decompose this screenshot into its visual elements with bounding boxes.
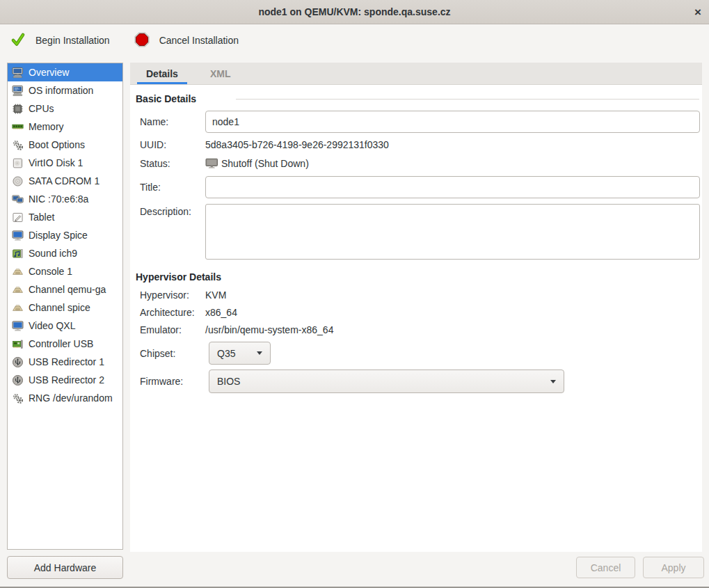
serial-icon bbox=[12, 284, 24, 296]
firmware-value: BIOS bbox=[217, 376, 240, 387]
close-icon[interactable]: × bbox=[694, 6, 701, 18]
sidebar-item-channel-spice[interactable]: Channel spice bbox=[8, 299, 122, 317]
tab-xml[interactable]: XML bbox=[194, 63, 247, 84]
cdrom-icon bbox=[12, 175, 24, 187]
status-value: Shutoff (Shut Down) bbox=[221, 158, 309, 169]
architecture-row: Architecture: x86_64 bbox=[136, 306, 701, 319]
hypervisor-details-heading: Hypervisor Details bbox=[136, 271, 701, 283]
sidebar-item-display-spice[interactable]: Display Spice bbox=[8, 226, 122, 244]
status-row: Status: Shutoff (Shut Down) bbox=[136, 157, 701, 170]
description-textarea[interactable] bbox=[205, 204, 700, 260]
sidebar-item-controller-usb[interactable]: Controller USB bbox=[8, 335, 122, 353]
shutoff-monitor-icon bbox=[205, 158, 218, 170]
sidebar-item-memory[interactable]: Memory bbox=[8, 118, 122, 136]
chevron-down-icon bbox=[550, 380, 556, 383]
os-icon bbox=[12, 85, 24, 97]
cancel-installation-label: Cancel Installation bbox=[159, 35, 239, 46]
title-input[interactable] bbox=[205, 176, 700, 198]
display-icon bbox=[12, 230, 24, 241]
toolbar: Begin Installation Cancel Installation bbox=[0, 24, 709, 56]
gears-icon bbox=[12, 392, 24, 404]
sidebar-item-sata-cdrom-1[interactable]: SATA CDROM 1 bbox=[8, 172, 122, 190]
title-label: Title: bbox=[136, 182, 205, 193]
status-label: Status: bbox=[136, 158, 205, 169]
sidebar-item-video-qxl[interactable]: Video QXL bbox=[8, 317, 122, 335]
uuid-row: UUID: 5d8a3405-b726-4198-9e26-2992131f03… bbox=[136, 138, 701, 151]
chipset-row: Chipset: Q35 bbox=[136, 342, 701, 365]
architecture-label: Architecture: bbox=[136, 307, 205, 318]
disk-icon bbox=[12, 157, 24, 169]
name-input[interactable] bbox=[205, 111, 700, 133]
hypervisor-row: Hypervisor: KVM bbox=[136, 289, 701, 301]
chevron-down-icon bbox=[257, 351, 262, 355]
sidebar-item-tablet[interactable]: Tablet bbox=[8, 208, 122, 226]
sidebar-item-os-information[interactable]: OS information bbox=[8, 81, 122, 100]
sound-icon bbox=[12, 248, 24, 260]
begin-installation-button[interactable]: Begin Installation bbox=[10, 31, 110, 50]
tab-strip: Details XML bbox=[130, 63, 702, 85]
virt-manager-window: { "window": { "title": "node1 on QEMU/KV… bbox=[0, 0, 709, 588]
sidebar-item-usb-redirector-2[interactable]: USB Redirector 2 bbox=[8, 371, 122, 389]
gears-icon bbox=[12, 139, 24, 151]
begin-installation-label: Begin Installation bbox=[35, 35, 110, 46]
heading-rule bbox=[236, 99, 699, 100]
cancel-installation-button[interactable]: Cancel Installation bbox=[134, 31, 239, 50]
tab-details[interactable]: Details bbox=[130, 63, 194, 84]
emulator-label: Emulator: bbox=[136, 324, 205, 335]
cancel-button[interactable]: Cancel bbox=[576, 557, 635, 578]
title-row: Title: bbox=[136, 176, 701, 198]
firmware-label: Firmware: bbox=[136, 376, 205, 387]
controller-icon bbox=[12, 338, 24, 350]
serial-icon bbox=[12, 302, 24, 314]
window-title: node1 on QEMU/KVM: sponde.qa.suse.cz bbox=[258, 6, 450, 17]
name-label: Name: bbox=[136, 116, 205, 127]
apply-button[interactable]: Apply bbox=[643, 557, 704, 578]
cpu-icon bbox=[12, 103, 24, 115]
chipset-value: Q35 bbox=[217, 348, 235, 359]
titlebar[interactable]: node1 on QEMU/KVM: sponde.qa.suse.cz × bbox=[0, 0, 709, 24]
details-content: Basic Details Name: UUID: 5d8a3405-b726-… bbox=[130, 85, 702, 552]
hardware-list: Overview OS information CPUs Memory Boot… bbox=[7, 63, 123, 550]
sidebar-item-boot-options[interactable]: Boot Options bbox=[8, 136, 122, 154]
sidebar-item-overview[interactable]: Overview bbox=[8, 63, 122, 81]
hypervisor-value: KVM bbox=[205, 289, 226, 301]
sidebar-item-rng-dev-urandom[interactable]: RNG /dev/urandom bbox=[8, 389, 122, 407]
architecture-value: x86_64 bbox=[205, 307, 237, 318]
sidebar-item-virtio-disk-1[interactable]: VirtIO Disk 1 bbox=[8, 154, 122, 172]
hypervisor-label: Hypervisor: bbox=[136, 289, 205, 301]
sidebar-item-console-1[interactable]: Console 1 bbox=[8, 262, 122, 280]
emulator-value: /usr/bin/qemu-system-x86_64 bbox=[205, 324, 333, 335]
tablet-icon bbox=[12, 212, 24, 223]
memory-icon bbox=[12, 121, 24, 133]
name-row: Name: bbox=[136, 111, 701, 133]
sidebar-item-usb-redirector-1[interactable]: USB Redirector 1 bbox=[8, 353, 122, 371]
sidebar-item-sound-ich9[interactable]: Sound ich9 bbox=[8, 244, 122, 262]
sidebar-item-channel-qemu-ga[interactable]: Channel qemu-ga bbox=[8, 280, 122, 299]
uuid-label: UUID: bbox=[136, 139, 205, 150]
description-label: Description: bbox=[136, 204, 205, 217]
details-panel: Details XML Basic Details Name: UUID: 5d… bbox=[130, 63, 702, 552]
firmware-row: Firmware: BIOS bbox=[136, 370, 701, 393]
firmware-dropdown[interactable]: BIOS bbox=[209, 370, 564, 393]
usb-icon bbox=[12, 356, 24, 368]
basic-details-heading: Basic Details bbox=[136, 93, 701, 105]
description-row: Description: bbox=[136, 204, 701, 260]
computer-icon bbox=[12, 67, 24, 79]
sidebar-item-cpus[interactable]: CPUs bbox=[8, 100, 122, 118]
uuid-value: 5d8a3405-b726-4198-9e26-2992131f0330 bbox=[205, 139, 389, 150]
sidebar-item-nic-70-e6-8a[interactable]: NIC :70:e6:8a bbox=[8, 190, 122, 208]
add-hardware-button[interactable]: Add Hardware bbox=[7, 556, 123, 579]
video-icon bbox=[12, 320, 24, 332]
serial-icon bbox=[12, 266, 24, 278]
stop-icon bbox=[134, 31, 150, 50]
emulator-row: Emulator: /usr/bin/qemu-system-x86_64 bbox=[136, 324, 701, 336]
chipset-dropdown[interactable]: Q35 bbox=[209, 342, 271, 365]
check-icon bbox=[10, 31, 26, 50]
nic-icon bbox=[12, 193, 24, 205]
chipset-label: Chipset: bbox=[136, 348, 205, 359]
usb-icon bbox=[12, 374, 24, 386]
